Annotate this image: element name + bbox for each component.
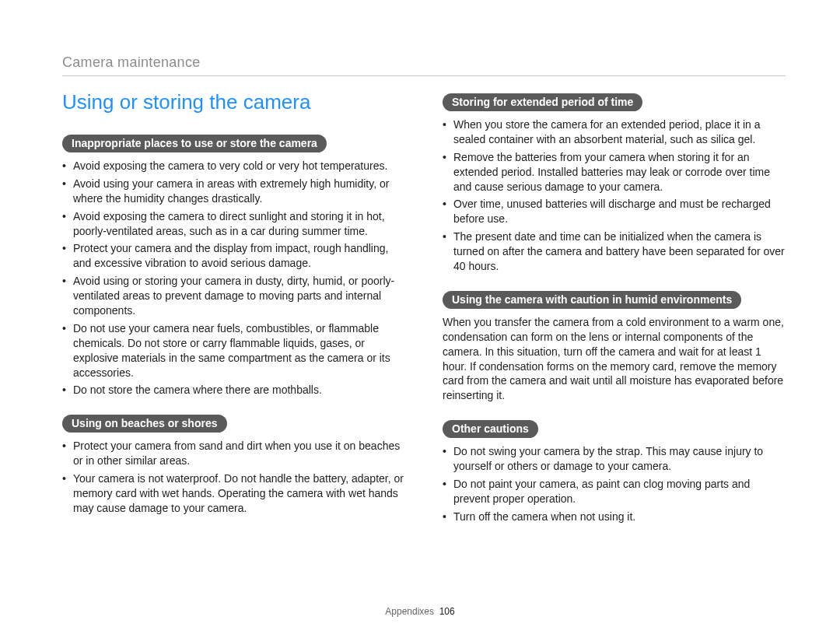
- list-item: Do not store the camera where there are …: [62, 383, 405, 398]
- subhead-humid-environments: Using the camera with caution in humid e…: [443, 291, 741, 309]
- list-inappropriate-places: Avoid exposing the camera to very cold o…: [62, 159, 405, 398]
- divider: [62, 75, 786, 76]
- list-item: When you store the camera for an extende…: [443, 117, 786, 147]
- list-other-cautions: Do not swing your camera by the strap. T…: [443, 444, 786, 524]
- list-item: Avoid exposing the camera to very cold o…: [62, 159, 405, 173]
- subhead-inappropriate-places: Inappropriate places to use or store the…: [62, 135, 327, 152]
- list-item: Remove the batteries from your camera wh…: [443, 150, 786, 194]
- list-item: Turn off the camera when not using it.: [443, 510, 786, 524]
- list-item: Do not paint your camera, as paint can c…: [443, 477, 786, 506]
- list-item: Over time, unused batteries will dischar…: [443, 197, 786, 226]
- left-column: Using or storing the camera Inappropriat…: [62, 90, 405, 538]
- footer-section: Appendixes: [385, 606, 434, 617]
- list-item: Avoid using or storing your camera in du…: [62, 274, 405, 318]
- list-item: Do not swing your camera by the strap. T…: [443, 444, 786, 474]
- list-item: Avoid exposing the camera to direct sunl…: [62, 209, 405, 239]
- list-item: Your camera is not waterproof. Do not ha…: [62, 471, 405, 516]
- subhead-storing-extended: Storing for extended period of time: [443, 93, 642, 111]
- manual-page: Camera maintenance Using or storing the …: [0, 0, 840, 634]
- subhead-other-cautions: Other cautions: [443, 420, 538, 438]
- page-heading: Using or storing the camera: [62, 90, 405, 114]
- list-item: Avoid using your camera in areas with ex…: [62, 177, 405, 206]
- para-humid-environments: When you transfer the camera from a cold…: [443, 315, 786, 403]
- right-column: Storing for extended period of time When…: [443, 90, 786, 538]
- list-item: The present date and time can be initial…: [443, 229, 786, 274]
- list-item: Protect your camera and the display from…: [62, 241, 405, 271]
- list-item: Do not use your camera near fuels, combu…: [62, 321, 405, 380]
- list-beaches: Protect your camera from sand and dirt w…: [62, 439, 405, 515]
- content-columns: Using or storing the camera Inappropriat…: [62, 90, 786, 538]
- list-item: Protect your camera from sand and dirt w…: [62, 439, 405, 468]
- subhead-beaches: Using on beaches or shores: [62, 415, 227, 433]
- footer-page-number: 106: [439, 606, 455, 617]
- page-footer: Appendixes 106: [0, 606, 840, 617]
- list-storing-extended: When you store the camera for an extende…: [443, 117, 786, 274]
- running-head: Camera maintenance: [62, 54, 786, 71]
